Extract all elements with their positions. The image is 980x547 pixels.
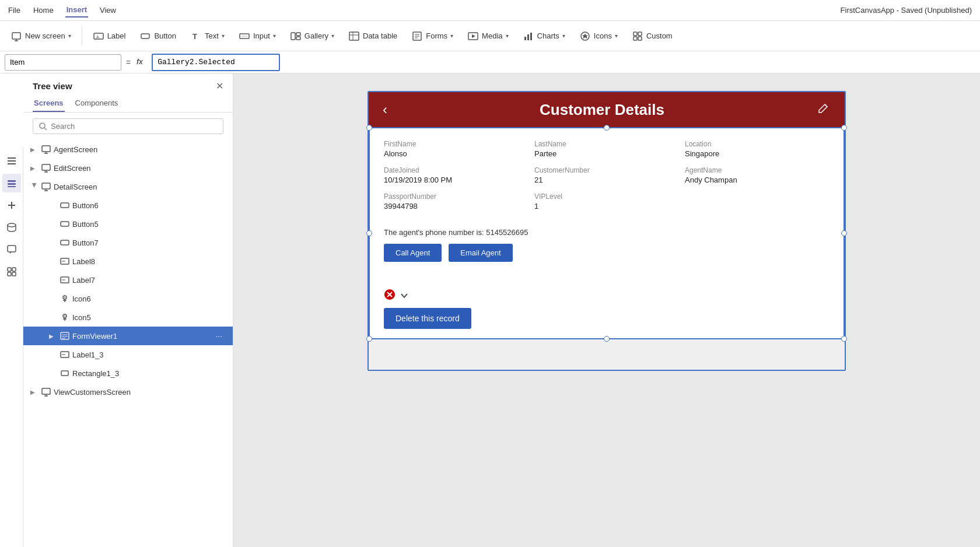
sel-handle-tc [604, 125, 610, 131]
tree-item-button5[interactable]: ▶ Button5 [23, 215, 233, 233]
tree-tabs: Screens Components [23, 95, 233, 113]
tree-item-detailscreen[interactable]: ▶ DetailScreen [23, 177, 233, 196]
svg-rect-29 [638, 37, 642, 40]
charts-button[interactable]: Charts ▾ [517, 27, 571, 45]
formula-input[interactable] [152, 54, 280, 71]
sidebar-icons [0, 147, 23, 547]
svg-rect-79 [42, 388, 50, 394]
tree-item-viewcustomers[interactable]: ▶ ViewCustomersScreen [23, 383, 233, 401]
delete-record-button[interactable]: Delete this record [384, 308, 471, 329]
app-title: FirstCanvasApp - Saved (Unpublished) [839, 3, 973, 17]
tree-item-button7[interactable]: ▶ Button7 [23, 233, 233, 252]
text-caret: ▾ [222, 33, 225, 39]
icons-caret: ▾ [615, 33, 618, 39]
media-icon [467, 30, 479, 42]
chat-icon-btn[interactable] [2, 240, 21, 259]
sel-handle-tl [366, 125, 372, 131]
tree-item-editscreen[interactable]: ▶ EditScreen [23, 159, 233, 177]
svg-rect-34 [8, 180, 16, 182]
tree-view-close-button[interactable]: ✕ [216, 80, 223, 92]
tree-item-icon5[interactable]: ▶ Icon5 [23, 308, 233, 327]
text-button[interactable]: T Text ▾ [184, 27, 230, 45]
svg-rect-45 [12, 272, 16, 276]
tree-item-icon6[interactable]: ▶ Icon6 [23, 289, 233, 308]
tab-components[interactable]: Components [74, 95, 120, 112]
search-box-wrap [23, 113, 233, 140]
action-buttons: Call Agent Email Agent [384, 244, 830, 262]
new-screen-button[interactable]: New screen ▾ [5, 27, 77, 45]
svg-text:fx: fx [136, 58, 144, 66]
email-agent-button[interactable]: Email Agent [449, 244, 512, 262]
search-input[interactable] [51, 122, 217, 131]
tree-item-formviewer1[interactable]: ▶ FormViewer1 ··· [23, 327, 233, 345]
gallery-label: Gallery [304, 31, 328, 40]
menu-view[interactable]: View [99, 3, 117, 17]
svg-rect-21 [524, 37, 526, 40]
back-button[interactable]: ‹ [383, 101, 387, 118]
forms-caret: ▾ [450, 33, 453, 39]
data-icon-btn[interactable] [2, 218, 21, 237]
tree-item-label1-3[interactable]: ▶ Label1_3 [23, 345, 233, 364]
new-screen-caret: ▾ [68, 33, 71, 39]
button-button[interactable]: Button [134, 27, 182, 45]
tree-item-label8[interactable]: ▶ Label8 [23, 252, 233, 271]
components-icon-btn[interactable] [2, 262, 21, 281]
menu-file[interactable]: File [7, 3, 22, 17]
tree-view-title: Tree view [33, 81, 72, 91]
tree-item-rectangle1-3[interactable]: ▶ Rectangle1_3 [23, 364, 233, 383]
tab-screens[interactable]: Screens [33, 95, 65, 112]
media-caret: ▾ [506, 33, 509, 39]
icon-icon-tree-2 [60, 312, 70, 322]
svg-rect-44 [8, 272, 11, 276]
gallery-button[interactable]: Gallery ▾ [284, 27, 340, 45]
tree-item-label7[interactable]: ▶ Label7 [23, 271, 233, 289]
add-icon-btn[interactable] [2, 196, 21, 215]
icons-button[interactable]: Icons ▾ [573, 27, 624, 45]
label-button[interactable]: A Label [87, 27, 132, 45]
svg-text:T: T [192, 32, 197, 41]
tree-item-agentscreen[interactable]: ▶ AgentScreen [23, 140, 233, 159]
app-screen: ‹ Customer Details FirstName Al [368, 91, 846, 371]
hamburger-icon-btn[interactable] [2, 152, 21, 170]
new-screen-icon [10, 30, 22, 42]
tree-item-button6[interactable]: ▶ Button6 [23, 196, 233, 215]
icon-icon-tree [60, 293, 70, 304]
icons-icon [579, 30, 591, 42]
x-icon[interactable] [384, 289, 396, 303]
charts-caret: ▾ [562, 33, 565, 39]
svg-rect-59 [61, 240, 69, 245]
sel-handle-br [841, 336, 847, 342]
field-empty [685, 192, 830, 211]
layers-icon-btn[interactable] [2, 174, 21, 192]
label-passportnumber: PassportNumber [384, 192, 528, 201]
datatable-label: Data table [363, 31, 397, 40]
edit-button[interactable] [817, 101, 831, 118]
forms-button[interactable]: Forms ▾ [405, 27, 459, 45]
menu-home[interactable]: Home [32, 3, 55, 17]
label-icon: A [93, 30, 104, 42]
sel-handle-tr [841, 125, 847, 131]
form-icon-tree [60, 331, 70, 341]
custom-button[interactable]: Custom [626, 27, 678, 45]
menu-insert[interactable]: Insert [65, 3, 88, 17]
more-button-formviewer1[interactable]: ··· [212, 330, 226, 342]
label-firstname: FirstName [384, 140, 528, 148]
svg-rect-27 [638, 32, 642, 36]
datatable-button[interactable]: Data table [342, 27, 403, 45]
svg-point-39 [8, 223, 16, 227]
svg-line-82 [825, 104, 827, 107]
label-viplevel: VIPLevel [534, 192, 679, 201]
svg-rect-43 [12, 268, 16, 271]
input-button[interactable]: Input ▾ [233, 27, 282, 45]
value-passportnumber: 39944798 [384, 202, 528, 211]
chevron-down-icon[interactable] [399, 290, 410, 302]
label-datejoined: DateJoined [384, 166, 528, 174]
call-agent-button[interactable]: Call Agent [384, 244, 442, 262]
label-icon-tree-2 [60, 275, 70, 285]
form-area: FirstName Alonso LastName Partee Locatio… [369, 127, 845, 339]
toolbar-separator [82, 27, 82, 45]
sel-handle-ml [366, 230, 372, 236]
toolbar: New screen ▾ A Label Button T Text ▾ Inp… [0, 21, 980, 51]
formula-field-select[interactable] [5, 54, 121, 71]
media-button[interactable]: Media ▾ [461, 27, 514, 45]
